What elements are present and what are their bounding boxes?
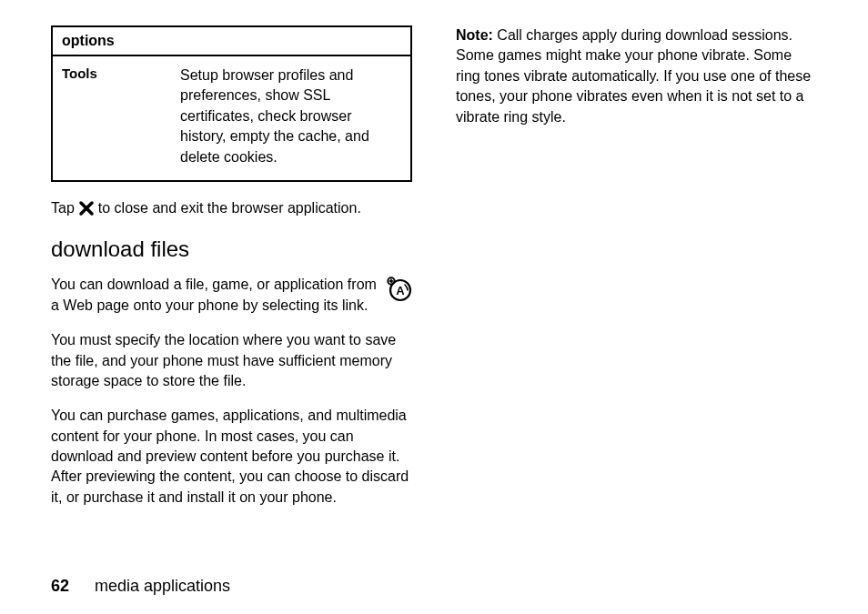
left-column: options Tools Setup browser profiles and… (51, 25, 412, 569)
tap-text-after: to close and exit the browser applicatio… (98, 198, 361, 218)
table-row: Tools Setup browser profiles and prefere… (53, 56, 410, 180)
page-footer: 62 media applications (51, 577, 817, 596)
note-paragraph: Note: Call charges apply during download… (456, 25, 817, 127)
tap-text-before: Tap (51, 198, 75, 218)
right-column: Note: Call charges apply during download… (456, 25, 817, 569)
options-table: options Tools Setup browser profiles and… (51, 25, 412, 182)
note-text: Call charges apply during download sessi… (456, 27, 811, 125)
tap-close-instruction: Tap to close and exit the browser applic… (51, 198, 412, 218)
options-table-header: options (53, 27, 410, 56)
download-location-text: You must specify the location where you … (51, 330, 412, 391)
download-intro-row: You can download a file, game, or applic… (51, 275, 412, 316)
close-icon (78, 200, 95, 216)
tools-row-description: Setup browser profiles and preferences, … (180, 56, 410, 180)
page-number: 62 (51, 577, 69, 596)
network-feature-icon: A (387, 277, 412, 302)
download-files-heading: download files (51, 237, 412, 262)
footer-section-label: media applications (95, 577, 230, 596)
svg-text:A: A (396, 284, 405, 297)
download-intro-text: You can download a file, game, or applic… (51, 275, 378, 316)
download-purchase-text: You can purchase games, applications, an… (51, 406, 412, 508)
note-label: Note: (456, 27, 493, 43)
tools-row-label: Tools (53, 56, 180, 180)
